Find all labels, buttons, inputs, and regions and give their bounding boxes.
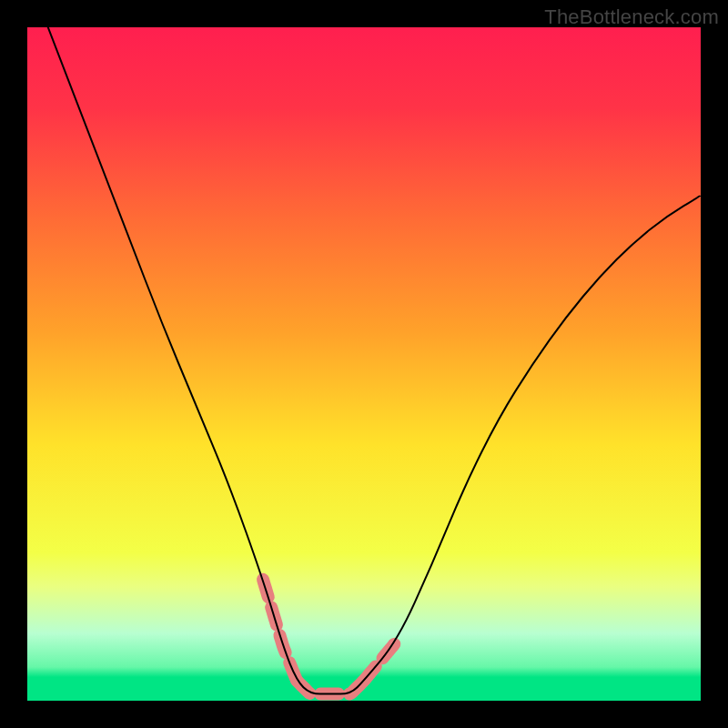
bottleneck-curve [27,27,701,694]
curve-svg [27,27,701,701]
highlight-overlay [263,580,398,694]
watermark-text: TheBottleneck.com [544,5,719,29]
highlight-segment [297,681,364,694]
chart-frame: TheBottleneck.com [0,0,728,728]
plot-area [27,27,701,701]
